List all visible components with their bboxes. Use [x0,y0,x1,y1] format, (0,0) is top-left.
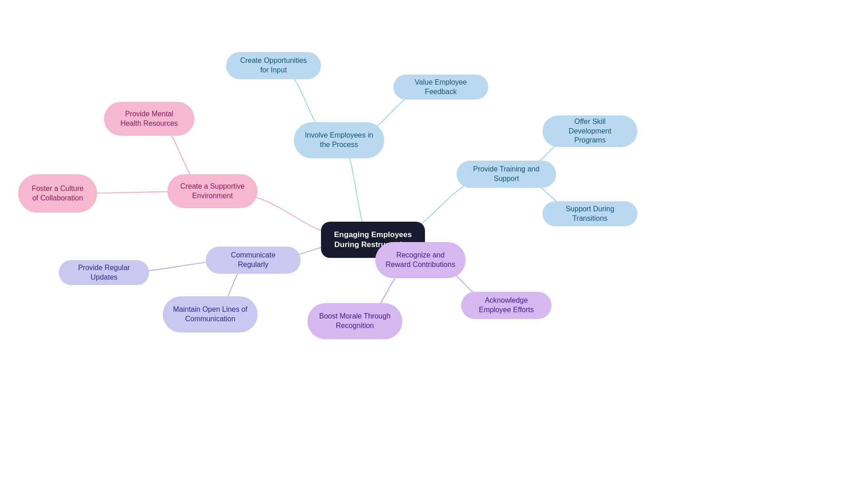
node-foster-culture: Foster a Culture of Collaboration [18,174,97,213]
mindmap-container: Engaging Employees During RestructuringI… [0,0,868,490]
node-create-opp: Create Opportunities for Input [226,52,321,79]
node-offer-skill: Offer Skill Development Programs [542,115,637,147]
node-recognize: Recognize and Reward Contributions [375,242,466,278]
node-maintain-open: Maintain Open Lines of Communication [163,296,258,333]
node-boost-morale: Boost Morale Through Recognition [307,303,402,339]
node-create-support: Create a Supportive Environment [167,174,258,208]
node-provide-mental: Provide Mental Health Resources [104,102,194,136]
node-provide-updates: Provide Regular Updates [59,260,149,285]
node-involve: Involve Employees in the Process [294,122,384,158]
node-acknowledge: Acknowledge Employee Efforts [461,292,552,319]
node-communicate: Communicate Regularly [206,247,301,274]
node-value-feedback: Value Employee Feedback [393,75,488,100]
node-support-trans: Support During Transitions [542,201,637,226]
node-provide-training: Provide Training and Support [457,161,556,188]
